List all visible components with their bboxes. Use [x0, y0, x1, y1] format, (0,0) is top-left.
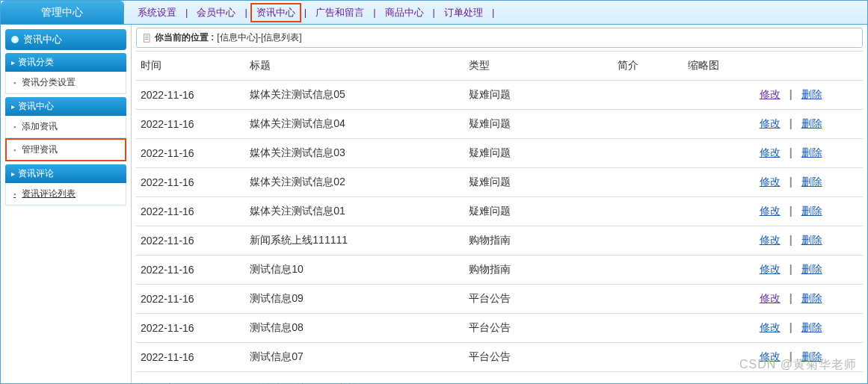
delete-link[interactable]: 删除: [800, 321, 824, 333]
cell: [683, 197, 754, 226]
edit-link[interactable]: 修改: [758, 117, 782, 129]
table-row: 2022-11-16新闻系统上线111111购物指南修改|删除: [136, 226, 863, 256]
cell-actions: 修改|删除: [754, 110, 863, 139]
top-tab-2[interactable]: 资讯中心: [250, 3, 301, 22]
top-tabs: 系统设置|会员中心|资讯中心|广告和留言|商品中心|订单处理|: [124, 1, 867, 24]
cell: 2022-11-16: [136, 110, 245, 139]
table-row: 2022-11-16媒体关注测试信息04疑难问题修改|删除: [136, 110, 863, 139]
table-row: 2022-11-16测试信息08平台公告修改|删除: [136, 314, 863, 343]
breadcrumb: 你当前的位置 : [信息中心]-[信息列表]: [136, 28, 863, 48]
table-row: 2022-11-16测试信息07平台公告修改|删除: [136, 343, 863, 372]
edit-link[interactable]: 修改: [758, 88, 782, 100]
edit-link[interactable]: 修改: [758, 176, 782, 188]
cell: [683, 285, 754, 314]
sidebar-header: 资讯中心: [5, 29, 126, 50]
delete-link[interactable]: 删除: [800, 263, 824, 275]
delete-link[interactable]: 删除: [800, 205, 824, 217]
brand-title[interactable]: 管理中心: [1, 1, 124, 24]
cell: 测试信息09: [245, 285, 464, 314]
cell: 测试信息10: [245, 256, 464, 285]
top-tab-3[interactable]: 广告和留言: [310, 6, 370, 19]
cell-actions: 修改|删除: [754, 256, 863, 285]
cell: 2022-11-16: [136, 139, 245, 168]
cell: [613, 168, 683, 197]
cell: [613, 197, 683, 226]
column-header: 时间: [136, 52, 245, 81]
action-sep: |: [782, 176, 800, 188]
cell: [683, 110, 754, 139]
cell: 媒体关注测试信息03: [245, 139, 464, 168]
sidebar: 资讯中心 资讯分类资讯分类设置资讯中心添加资讯管理资讯资讯评论资讯评论列表: [1, 25, 132, 383]
delete-link[interactable]: 删除: [800, 234, 824, 246]
top-tab-0[interactable]: 系统设置: [132, 6, 182, 19]
top-tab-1[interactable]: 会员中心: [191, 6, 241, 19]
top-tab-4[interactable]: 商品中心: [379, 6, 430, 19]
top-tab-sep: |: [301, 7, 310, 18]
sidebar-item[interactable]: 资讯分类设置: [5, 72, 126, 94]
table-row: 2022-11-16媒体关注测试信息05疑难问题修改|删除: [136, 81, 863, 110]
action-sep: |: [782, 350, 800, 362]
cell: [613, 285, 683, 314]
breadcrumb-path: [信息中心]-[信息列表]: [217, 31, 301, 44]
edit-link[interactable]: 修改: [758, 205, 782, 217]
cell: [683, 226, 754, 256]
cell: [613, 226, 683, 256]
cell: 疑难问题: [464, 110, 613, 139]
edit-link[interactable]: 修改: [758, 263, 782, 275]
sidebar-group-title: 资讯评论: [5, 164, 126, 183]
cell: 测试信息07: [245, 343, 464, 372]
data-table: 时间标题类型简介缩略图 2022-11-16媒体关注测试信息05疑难问题修改|删…: [136, 51, 863, 372]
cell: 购物指南: [464, 256, 613, 285]
page-icon: [143, 34, 152, 43]
top-tab-sep: |: [241, 7, 250, 18]
cell: [683, 314, 754, 343]
table-row: 2022-11-16测试信息10购物指南修改|删除: [136, 256, 863, 285]
action-sep: |: [782, 263, 800, 275]
cell: [613, 256, 683, 285]
breadcrumb-prefix: 你当前的位置 :: [155, 31, 214, 44]
cell-actions: 修改|删除: [754, 139, 863, 168]
sidebar-group-title: 资讯分类: [5, 53, 126, 72]
cell: 疑难问题: [464, 139, 613, 168]
cell: 媒体关注测试信息04: [245, 110, 464, 139]
edit-link[interactable]: 修改: [758, 292, 782, 304]
sidebar-item[interactable]: 管理资讯: [5, 138, 126, 161]
top-tab-5[interactable]: 订单处理: [438, 6, 489, 19]
column-header: 标题: [245, 52, 464, 81]
cell: 2022-11-16: [136, 314, 245, 343]
action-sep: |: [782, 88, 800, 100]
delete-link[interactable]: 删除: [800, 292, 824, 304]
edit-link[interactable]: 修改: [758, 350, 782, 362]
sidebar-item[interactable]: 添加资讯: [5, 116, 126, 138]
action-sep: |: [782, 234, 800, 246]
delete-link[interactable]: 删除: [800, 146, 824, 158]
cell: [613, 314, 683, 343]
sidebar-title: 资讯中心: [23, 33, 62, 46]
cell: 平台公告: [464, 285, 613, 314]
cell: 媒体关注测试信息02: [245, 168, 464, 197]
delete-link[interactable]: 删除: [800, 350, 824, 362]
edit-link[interactable]: 修改: [758, 321, 782, 333]
top-bar: 管理中心 系统设置|会员中心|资讯中心|广告和留言|商品中心|订单处理|: [1, 1, 867, 25]
delete-link[interactable]: 删除: [800, 117, 824, 129]
edit-link[interactable]: 修改: [758, 234, 782, 246]
delete-link[interactable]: 删除: [800, 176, 824, 188]
cell: 疑难问题: [464, 81, 613, 110]
cell: 疑难问题: [464, 168, 613, 197]
table-row: 2022-11-16测试信息09平台公告修改|删除: [136, 285, 863, 314]
sidebar-item[interactable]: 资讯评论列表: [5, 183, 126, 205]
svg-rect-0: [144, 34, 150, 42]
column-header: 简介: [613, 52, 683, 81]
cell: 2022-11-16: [136, 197, 245, 226]
cell-actions: 修改|删除: [754, 285, 863, 314]
delete-link[interactable]: 删除: [800, 88, 824, 100]
edit-link[interactable]: 修改: [758, 146, 782, 158]
cell: 2022-11-16: [136, 256, 245, 285]
table-row: 2022-11-16媒体关注测试信息03疑难问题修改|删除: [136, 139, 863, 168]
cell: 平台公告: [464, 343, 613, 372]
cell: 媒体关注测试信息05: [245, 81, 464, 110]
cell: 新闻系统上线111111: [245, 226, 464, 256]
cell: [613, 139, 683, 168]
action-sep: |: [782, 117, 800, 129]
top-tab-sep: |: [182, 7, 191, 18]
